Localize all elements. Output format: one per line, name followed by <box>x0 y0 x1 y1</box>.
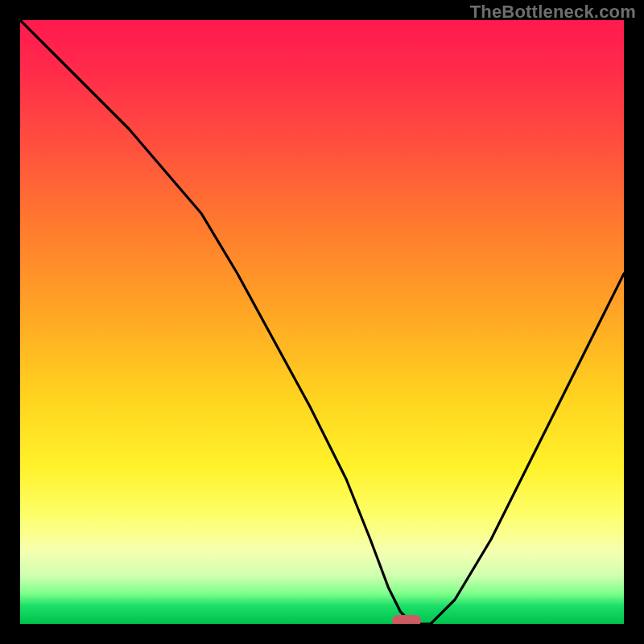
bottleneck-curve <box>20 20 624 624</box>
watermark-text: TheBottleneck.com <box>470 2 636 23</box>
chart-canvas: TheBottleneck.com <box>0 0 644 644</box>
plot-area <box>20 20 624 624</box>
optimal-marker <box>392 615 421 624</box>
